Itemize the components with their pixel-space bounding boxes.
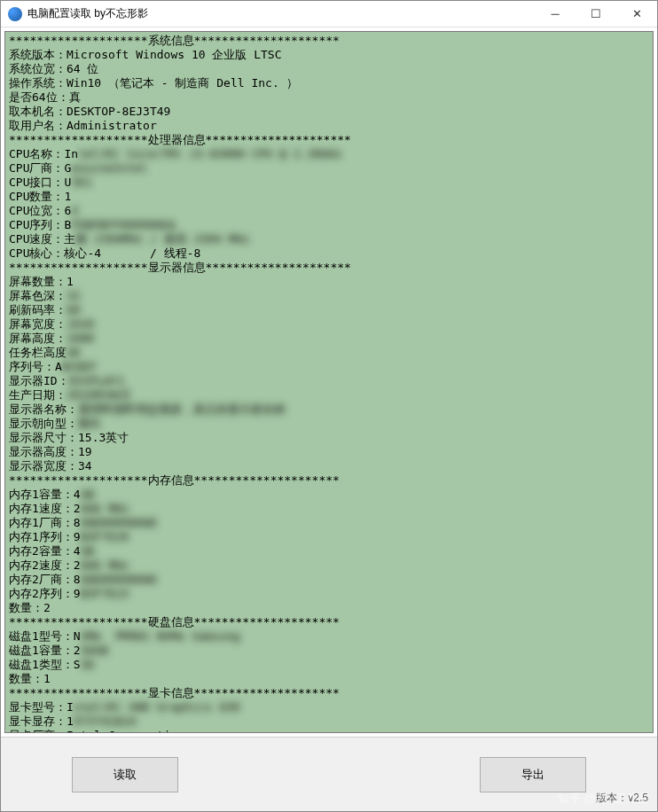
app-icon <box>8 7 22 21</box>
display-section-header: ********************显示器信息***************… <box>9 261 649 275</box>
cpu-section-header: ********************处理器信息***************… <box>9 133 649 147</box>
system-line: 是否64位：真 <box>9 90 649 105</box>
read-button[interactable]: 读取 <box>72 757 178 792</box>
memory-line: 内存1容量：4GB <box>9 488 649 502</box>
cpu-line: CPU核心：核心-4 / 线程-8 <box>9 246 649 261</box>
minimize-button[interactable]: ─ <box>535 1 576 27</box>
display-line: 屏幕色深：32 <box>9 289 649 303</box>
cpu-line: CPU名称：Intel(R) Core(TM) i5-8300H CPU @ 2… <box>9 147 649 161</box>
memory-line: 内存2序列：9B3F7E23 <box>9 587 649 601</box>
memory-section-header: ********************内存信息****************… <box>9 473 649 488</box>
display-line: 任务栏高度40 <box>9 346 649 360</box>
cpu-line: CPU接口：U3E1 <box>9 176 649 190</box>
cpu-line: CPU速度：主频 2304MHz / 最高 2304 MHz <box>9 232 649 246</box>
system-line: 系统版本：Microsoft Windows 10 企业版 LTSC <box>9 48 649 62</box>
memory-line: 数量：2 <box>9 601 649 615</box>
version-label: 版本：v2.5 <box>596 791 648 806</box>
display-line: 显示器ID：DISPLAY1 <box>9 374 649 388</box>
export-button[interactable]: 导出 <box>480 757 586 792</box>
cpu-line: CPU数量：1 <box>9 190 649 204</box>
display-line: 显示朝向型：横向 <box>9 417 649 431</box>
content-area: ********************系统信息****************… <box>1 27 657 811</box>
memory-line: 内存2容量：4GB <box>9 544 649 558</box>
window-title: 电脑配置读取 by不忘形影 <box>27 6 535 21</box>
memory-line: 内存2厂商：80AD000080AD <box>9 573 649 587</box>
memory-line: 内存1序列：9B3F7E20 <box>9 530 649 544</box>
window-controls: ─ ☐ ✕ <box>535 1 657 27</box>
system-section-header: ********************系统信息****************… <box>9 34 649 48</box>
maximize-button[interactable]: ☐ <box>576 1 616 27</box>
display-line: 序列号：ABCDEF <box>9 360 649 374</box>
gpu-line: 显卡显存：1073741824 <box>9 714 649 729</box>
cpu-line: CPU序列：BFEBFBFF000906EA <box>9 218 649 232</box>
display-line: 显示器尺寸：15.3英寸 <box>9 431 649 445</box>
disk-line: 磁盘1类型：SSD <box>9 658 649 672</box>
display-line: 显示器名称：通用即插即用监视器，真正的显示器名称 <box>9 402 649 417</box>
gpu-section-header: ********************显卡信息****************… <box>9 686 649 700</box>
system-line: 操作系统：Win10 （笔记本 - 制造商 Dell Inc. ） <box>9 76 649 90</box>
display-line: 显示器高度：19 <box>9 445 649 459</box>
display-line: 屏幕宽度：1920 <box>9 317 649 332</box>
system-line: 取本机名：DESKTOP-8EJ3T49 <box>9 105 649 119</box>
memory-line: 内存1速度：2666 MHz <box>9 502 649 516</box>
cpu-line: CPU位宽：64 <box>9 204 649 218</box>
gpu-line: 显卡厂商：Intel Corporation <box>9 729 649 733</box>
titlebar: 电脑配置读取 by不忘形影 ─ ☐ ✕ <box>1 1 657 27</box>
cpu-line: CPU厂商：GenuineIntel <box>9 161 649 176</box>
disk-section-header: ********************硬盘信息****************… <box>9 615 649 629</box>
display-line: 屏幕高度：1080 <box>9 332 649 346</box>
memory-line: 内存1厂商：80AD000080AD <box>9 516 649 530</box>
system-line: 取用户名：Administrator <box>9 119 649 133</box>
display-line: 屏幕数量：1 <box>9 275 649 289</box>
memory-line: 内存2速度：2666 MHz <box>9 558 649 573</box>
display-line: 生产日期：2019年08月 <box>9 388 649 402</box>
bottom-bar: 读取 导出 版本：v2.5 <box>1 737 657 811</box>
display-line: 显示器宽度：34 <box>9 459 649 473</box>
system-line: 系统位宽：64 位 <box>9 62 649 76</box>
info-text-panel[interactable]: ********************系统信息****************… <box>4 31 654 733</box>
text-panel-wrap: ********************系统信息****************… <box>1 27 657 737</box>
gpu-line: 显卡型号：Intel(R) UHD Graphics 630 <box>9 700 649 714</box>
app-window: 电脑配置读取 by不忘形影 ─ ☐ ✕ ********************… <box>0 0 658 812</box>
close-button[interactable]: ✕ <box>616 1 657 27</box>
disk-line: 数量：1 <box>9 672 649 686</box>
disk-line: 磁盘1容量：256GB <box>9 644 649 658</box>
display-line: 刷新码率：60 <box>9 303 649 317</box>
disk-line: 磁盘1型号：NVMe PM981 NVMe Samsung <box>9 629 649 644</box>
